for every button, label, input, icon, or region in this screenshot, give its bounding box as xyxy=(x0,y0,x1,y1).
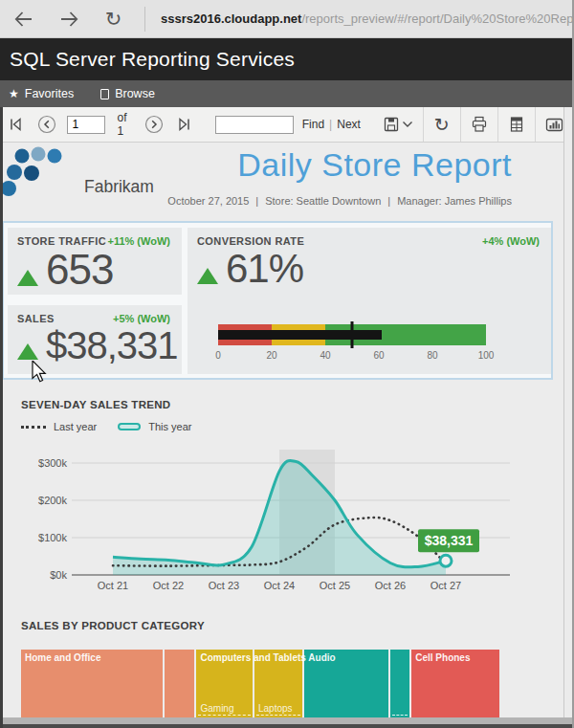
find-next-separator: | xyxy=(329,118,332,131)
end-point-marker xyxy=(440,555,452,566)
favorites-label: Favorites xyxy=(25,87,74,100)
print-layout-button[interactable] xyxy=(507,112,526,137)
y-axis-label: $100k xyxy=(38,532,67,543)
next-page-button[interactable] xyxy=(144,112,165,137)
window-bottom-edge xyxy=(0,724,574,728)
x-axis-label: Oct 26 xyxy=(375,580,406,591)
subtitle-separator: | xyxy=(255,195,258,207)
treemap-section-title: SALES BY PRODUCT CATEGORY xyxy=(21,620,205,631)
sales-callout-text: $38,331 xyxy=(425,533,474,548)
kpi-delta: +4% (WoW) xyxy=(482,235,540,247)
previous-page-button[interactable] xyxy=(36,112,57,137)
treemap-cell-label: Computers and Tablets xyxy=(200,652,305,663)
kpi-value: $38,331 xyxy=(46,325,178,365)
gauge-tick-label: 60 xyxy=(373,350,384,361)
previous-page-icon xyxy=(36,114,57,135)
print-button[interactable] xyxy=(470,112,489,137)
trend-legend: Last year This year xyxy=(21,421,192,432)
toolbar-divider xyxy=(460,107,461,142)
kpi-delta: +5% (WoW) xyxy=(113,313,170,324)
kpi-value: 653 xyxy=(46,248,113,292)
browse-label: Browse xyxy=(115,87,155,100)
browse-button[interactable]: Browse xyxy=(100,87,155,100)
treemap-cell: Computers and TabletsGaming xyxy=(196,650,252,717)
x-axis-label: Oct 21 xyxy=(98,580,128,591)
toolbar-divider xyxy=(535,107,536,142)
gauge-tick-label: 0 xyxy=(215,350,221,361)
export-menu-button[interactable] xyxy=(401,112,414,137)
window-left-edge xyxy=(0,107,3,728)
this-year-area xyxy=(113,460,446,575)
report-date: October 27, 2015 xyxy=(167,195,249,207)
powerbi-pin-button[interactable] xyxy=(544,112,564,137)
treemap-cell-label: Audio xyxy=(308,652,335,663)
fabrikam-logo xyxy=(0,145,77,199)
report-canvas: Fabrikam Daily Store Report October 27, … xyxy=(0,143,574,717)
kpi-tile-conversion-rate: CONVERSION RATE +4% (WoW) 61% 0204060801… xyxy=(188,228,551,374)
refresh-icon: ↻ xyxy=(434,114,450,136)
conversion-gauge: 020406080100 xyxy=(218,324,486,366)
report-title: Daily Store Report xyxy=(237,146,512,184)
scrollbar-track[interactable] xyxy=(563,107,572,717)
forward-button[interactable] xyxy=(55,5,82,33)
next-result-button[interactable]: Next xyxy=(337,118,361,131)
next-page-icon xyxy=(144,114,165,135)
address-bar[interactable]: sssrs2016.cloudapp.net/reports_preview/#… xyxy=(161,11,574,26)
favorites-button[interactable]: ★ Favorites xyxy=(9,87,74,100)
y-axis-label: $300k xyxy=(38,457,67,469)
powerbi-icon xyxy=(544,116,564,134)
app-title: SQL Server Reporting Services xyxy=(10,48,295,71)
kpi-tile-store-traffic: STORE TRAFFIC +11% (WoW) 653 xyxy=(8,228,182,295)
kpi-container: STORE TRAFFIC +11% (WoW) 653 SALES +5% (… xyxy=(2,221,553,380)
legend-last-year-label: Last year xyxy=(54,421,97,432)
subtitle-separator: | xyxy=(387,195,390,207)
back-arrow-icon xyxy=(11,7,36,32)
treemap-cell: Audio xyxy=(304,650,388,717)
kpi-value: 61% xyxy=(226,248,303,290)
reload-icon: ↻ xyxy=(105,8,122,31)
treemap-cutoff-dashes xyxy=(256,715,300,716)
trend-chart: $0k$100k$200k$300kOct 21Oct 22Oct 23Oct … xyxy=(17,438,541,595)
find-input[interactable] xyxy=(215,116,294,134)
export-button[interactable] xyxy=(382,112,401,137)
treemap-subcategory-label: Laptops xyxy=(258,703,293,714)
last-page-icon xyxy=(175,115,194,134)
refresh-button[interactable]: ↻ xyxy=(431,112,451,137)
first-page-button[interactable] xyxy=(6,112,25,137)
report-toolbar: of 1 Find | Next xyxy=(0,107,574,143)
x-axis-label: Oct 25 xyxy=(320,580,350,591)
gauge-tick-label: 80 xyxy=(427,350,437,361)
x-axis-label: Oct 24 xyxy=(264,580,295,591)
save-icon xyxy=(382,115,401,134)
y-axis-label: $200k xyxy=(38,495,67,506)
url-path: /reports_preview/#/report/Daily%20Store%… xyxy=(301,11,574,26)
find-button[interactable]: Find xyxy=(302,118,324,131)
page-number-input[interactable] xyxy=(67,116,105,134)
toolbar-divider xyxy=(423,107,424,142)
reload-button[interactable]: ↻ xyxy=(99,5,127,33)
treemap-cell xyxy=(390,650,409,717)
up-triangle-icon xyxy=(197,268,218,284)
report-manager: Manager: James Phillips xyxy=(397,195,512,207)
menu-bar: ★ Favorites Browse xyxy=(0,80,574,107)
treemap-cell-label: Home and Office xyxy=(25,652,100,663)
gauge-axis: 020406080100 xyxy=(218,324,486,366)
treemap: Home and OfficeComputers and TabletsGami… xyxy=(21,650,499,717)
printer-icon xyxy=(470,115,489,134)
gauge-tick-label: 100 xyxy=(478,350,495,361)
treemap-cell-label: Cell Phones xyxy=(415,652,470,663)
first-page-icon xyxy=(6,115,25,134)
trend-section-title: SEVEN-DAY SALES TREND xyxy=(21,399,170,410)
star-icon: ★ xyxy=(9,88,19,99)
up-triangle-icon xyxy=(17,343,38,360)
up-triangle-icon xyxy=(17,270,38,286)
report-page-icon xyxy=(507,115,526,134)
brand-name: Fabrikam xyxy=(84,177,154,197)
gauge-tick-label: 40 xyxy=(320,350,330,361)
back-button[interactable] xyxy=(10,5,37,33)
x-axis-label: Oct 23 xyxy=(209,580,239,591)
browser-window: ↻ sssrs2016.cloudapp.net/reports_preview… xyxy=(0,0,574,728)
last-page-button[interactable] xyxy=(174,112,193,137)
dotted-line-legend-icon xyxy=(21,426,46,429)
app-header: SQL Server Reporting Services xyxy=(0,38,574,80)
